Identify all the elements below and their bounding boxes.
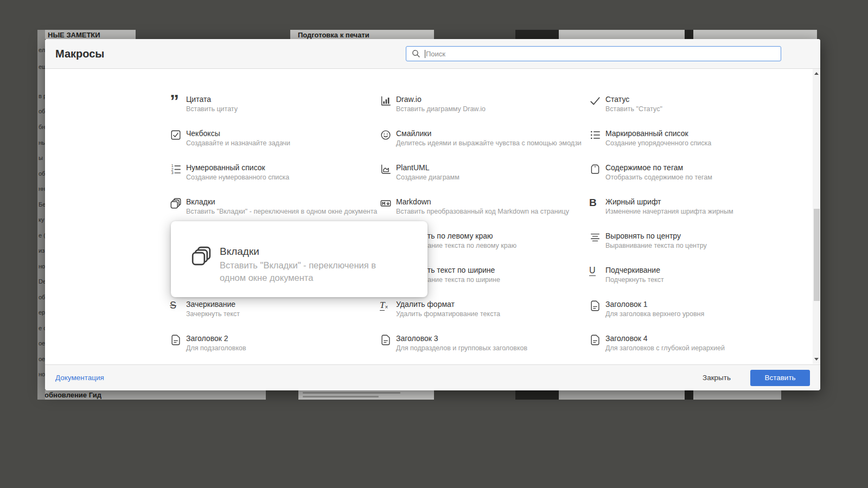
macro-item-description: Создание диаграмм [396,174,459,182]
macros-dialog: Макросы ”ЦитатаВставить цитатуDraw.ioВст… [45,39,820,390]
background-fragment-text: в р [39,93,45,99]
background-fragment-text: из [39,247,44,254]
macro-item[interactable]: SЗачеркиваниеЗачеркнуть текст [170,298,380,332]
background-fragment-text: но [39,263,45,269]
macro-item[interactable]: Заголовок 1Для заголовка верхнего уровня [589,298,793,332]
background-fragment-text: об [39,170,45,177]
macro-item[interactable]: UПодчеркиваниеПодчеркнуть текст [589,264,793,298]
macro-item-title: Заголовок 1 [605,300,704,309]
macro-item-title: Маркированный список [605,129,711,138]
tooltip-description: Вставить "Вкладки" - переключения в одно… [220,259,399,284]
macro-item[interactable]: BЖирный шрифтИзменение начертания шрифта… [589,195,793,229]
macro-item[interactable]: ЧекбоксыСоздавайте и назначайте задачи [170,127,380,161]
macro-item-title: Подчеркивание [605,266,664,275]
background-fragment [693,390,781,400]
background-fragment [559,30,685,39]
macro-item-description: Зачеркнуть текст [186,310,240,318]
documentation-link[interactable]: Документация [55,374,104,382]
background-fragment-text: ер [39,309,45,316]
macro-item[interactable]: PlantUMLСоздание диаграмм [380,161,589,195]
markdown-icon [380,197,396,209]
macro-item[interactable]: Выровнять по центруВыравнивание текста п… [589,229,793,264]
macro-item-title: Markdown [396,197,569,207]
heading-icon [380,334,396,346]
background-fragment-text: з обновление Гид [39,391,101,399]
macro-item[interactable]: 123Нумерованный списокСоздание нумерован… [170,161,380,195]
background-fragment-text: об [39,108,45,114]
macro-item-title: Статус [605,95,662,104]
scrollbar-track[interactable] [813,69,820,364]
macro-item-description: Делитесь идеями и выражайте чувства с по… [396,139,582,147]
macro-item[interactable]: СмайликиДелитесь идеями и выражайте чувс… [380,127,589,161]
heading-icon [589,300,605,312]
background-fragment-text: Подготовка к печати [298,31,369,39]
background-fragment-text: ели [39,47,45,53]
close-button[interactable]: Закрыть [699,373,734,382]
drawio-icon [380,95,396,107]
macro-item-title: Draw.io [396,95,486,104]
background-fragment-text: но [39,371,45,377]
macro-item-description: Выравнивание текста по центру [605,242,707,250]
checkbox-icon [170,129,186,141]
background-fragment-text: об [39,294,45,300]
macro-item-description: Создание упорядоченного списка [605,139,711,147]
tabs-icon [170,197,186,209]
macro-item-title: Жирный шрифт [605,197,733,207]
macro-item[interactable]: Содержимое по тегамОтобразить содержимое… [589,161,793,195]
plantuml-icon [380,163,396,175]
insert-button[interactable]: Вставить [750,370,810,386]
background-fragment-text: Бе [39,201,45,208]
background-fragment [693,30,817,39]
tabs-icon [190,245,212,267]
macro-item-title: Чекбоксы [186,129,290,138]
heading-icon [589,334,605,346]
background-fragment-text: нн [39,185,45,192]
macro-item-description: Вставить преобразованный код Markdown на… [396,208,569,216]
bullet-list-icon [589,129,605,141]
align-center-icon [589,232,605,243]
clear-format-icon: T× [380,300,396,312]
macro-item-title: Вкладки [186,197,377,207]
background-fragment: НЫЕ ЗАМЕТКИ [37,30,136,39]
tooltip-text: Вкладки Вставить "Вкладки" - переключени… [220,245,399,284]
macro-item[interactable]: Draw.ioВставить диаграмму Draw.io [380,93,589,127]
macro-item-title: Смайлики [396,129,582,138]
macro-item-description: Вставить диаграмму Draw.io [396,105,486,113]
macro-item-description: Изменение начертания шрифта жирным [605,208,733,216]
background-fragment-text: ое [39,356,45,362]
macro-item-title: Содержимое по тегам [605,163,712,172]
macro-item-title: Выровнять по центру [605,232,707,241]
macro-item-description: Создание нумерованного списка [186,174,289,182]
background-fragment [685,30,693,39]
background-fragment [515,390,559,400]
macro-item[interactable]: ”ЦитатаВставить цитату [170,93,380,127]
background-fragment-text: бн [39,124,45,130]
macro-item[interactable]: Заголовок 3Для подразделов и групповых з… [380,332,589,364]
background-fragment-text: ны [39,139,45,146]
scrollbar-down-arrow-icon[interactable] [814,358,819,361]
macro-item-description: Вставить "Вкладки" - переключения в одно… [186,208,377,216]
macro-item[interactable]: СтатусВставить "Статус" [589,93,793,127]
background-fragment [685,390,693,400]
background-fragment: Подготовка к печати [290,30,434,39]
numbered-list-icon: 123 [170,163,186,175]
macro-item[interactable]: Маркированный списокСоздание упорядоченн… [589,127,793,161]
background-fragment-text: ое [39,340,45,346]
macro-item[interactable]: Заголовок 2Для подзаголовков [170,332,380,364]
background-fragment [559,390,685,400]
macro-item-description: Вставить "Статус" [605,105,662,113]
macro-item-description: Отобразить содержимое по тегам [605,174,712,182]
background-fragment-text: НЫЕ ЗАМЕТКИ [48,31,100,39]
macro-item[interactable]: T×Удалить форматУдалить форматирование т… [380,298,589,332]
background-fragment-text: е о [39,325,45,331]
macro-item-description: Вставить цитату [186,105,238,113]
scrollbar-thumb[interactable] [814,209,820,301]
macro-item[interactable]: Заголовок 4Для заголовков с глубокой иер… [589,332,793,364]
tag-icon [589,163,605,175]
macro-item-description: Подчеркнуть текст [605,276,664,284]
search-input[interactable] [426,50,776,58]
dialog-header: Макросы [45,39,820,69]
macro-item-description: Для заголовка верхнего уровня [605,310,704,318]
bold-icon: B [589,197,605,209]
scrollbar-up-arrow-icon[interactable] [814,72,819,75]
